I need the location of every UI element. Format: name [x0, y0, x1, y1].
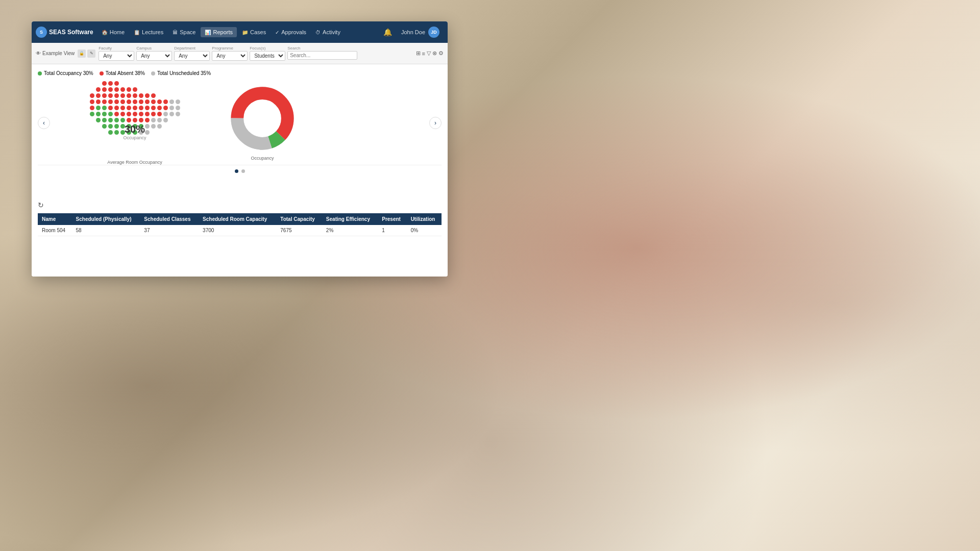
seat	[139, 93, 143, 98]
occupancy-center: 30% Occupancy	[58, 123, 211, 140]
view-label: 👁 Example View	[36, 51, 75, 56]
user-menu[interactable]: John Doe JD	[397, 24, 444, 40]
seat	[96, 99, 101, 104]
seat	[139, 106, 143, 110]
seat	[120, 87, 125, 92]
nav-item-approvals[interactable]: ✓ Approvals	[271, 27, 310, 37]
seat	[176, 99, 180, 104]
app-logo: S SEAS Software	[36, 27, 93, 38]
seat	[133, 118, 137, 122]
carousel-dots	[38, 165, 442, 177]
chart-section: Total Occupancy 30% Total Absent 38% Tot…	[32, 64, 448, 197]
nav-bar: S SEAS Software 🏠 Home 📋 Lectures 🏛 Spac…	[32, 21, 448, 43]
user-name: John Doe	[401, 29, 425, 35]
seat	[163, 112, 168, 116]
nav-label-home: Home	[110, 29, 125, 35]
seat	[96, 112, 101, 116]
seat	[90, 99, 94, 104]
app-title: SEAS Software	[49, 29, 93, 36]
seating-chart-title: Average Room Occupancy	[58, 160, 211, 165]
filter-icon[interactable]: ▽	[427, 50, 431, 57]
carousel-prev-button[interactable]: ‹	[38, 117, 50, 129]
seat	[102, 93, 107, 98]
seat	[108, 87, 113, 92]
seat	[145, 93, 150, 98]
seat	[139, 118, 143, 122]
seat	[102, 99, 107, 104]
seat	[145, 106, 150, 110]
nav-label-activity: Activity	[323, 29, 340, 35]
seat	[133, 112, 137, 116]
seat	[145, 118, 150, 122]
notification-bell[interactable]: 🔔	[379, 26, 396, 38]
seat	[176, 112, 180, 116]
table-body: Room 5045837370076752%10%	[38, 225, 442, 236]
faculty-select[interactable]: Any	[99, 51, 134, 61]
seat	[157, 112, 162, 116]
programme-select[interactable]: Any	[212, 51, 248, 61]
table-cell: 3700	[199, 225, 276, 236]
campus-select[interactable]: Any	[136, 51, 172, 61]
seat	[120, 112, 125, 116]
logo-icon: S	[36, 27, 47, 38]
seat	[157, 106, 162, 110]
seat	[114, 118, 119, 122]
list-icon[interactable]: ≡	[422, 51, 425, 57]
search-filter: Search	[287, 46, 357, 61]
filter-lock-icon[interactable]: 🔒	[78, 49, 86, 58]
seat	[108, 81, 113, 86]
carousel-dot-1[interactable]	[235, 169, 238, 173]
filter-bar: 👁 Example View 🔒 ✎ Faculty Any Campus An…	[32, 43, 448, 64]
seat-row	[90, 112, 180, 116]
nav-item-lectures[interactable]: 📋 Lectures	[130, 27, 167, 37]
cases-icon: 📁	[242, 30, 248, 35]
nav-item-home[interactable]: 🏠 Home	[97, 27, 129, 37]
table-cell: 1	[378, 225, 406, 236]
seat	[102, 112, 107, 116]
refresh-button[interactable]: ↻	[38, 201, 44, 209]
chart-legend: Total Occupancy 30% Total Absent 38% Tot…	[38, 70, 442, 76]
nav-label-reports: Reports	[213, 29, 233, 35]
legend-occupancy-label: Total Occupancy 30%	[44, 70, 93, 76]
seat	[120, 99, 125, 104]
nav-item-space[interactable]: 🏛 Space	[168, 27, 200, 37]
app-window: S SEAS Software 🏠 Home 📋 Lectures 🏛 Spac…	[32, 21, 448, 277]
nav-item-reports[interactable]: 📊 Reports	[201, 27, 237, 37]
view-icon: 👁	[36, 51, 41, 56]
table-header: Name Scheduled (Physically) Scheduled Cl…	[38, 213, 442, 225]
seating-chart: 30% Occupancy Average Room Occupancy	[58, 81, 211, 165]
seat-row	[90, 99, 180, 104]
col-name: Name	[38, 213, 72, 225]
legend-dot-gray	[151, 71, 155, 76]
seat	[114, 87, 119, 92]
legend-unscheduled-label: Total Unscheduled 35%	[157, 70, 211, 76]
filter-edit-icon[interactable]: ✎	[87, 49, 95, 58]
filter-group: Faculty Any Campus Any Department Any Pr…	[99, 46, 412, 61]
department-select[interactable]: Any	[174, 51, 210, 61]
nav-item-cases[interactable]: 📁 Cases	[238, 27, 270, 37]
seat-row	[90, 87, 180, 92]
carousel-next-button[interactable]: ›	[429, 117, 442, 129]
clear-filter-icon[interactable]: ⊗	[432, 50, 437, 57]
seat	[139, 112, 143, 116]
seat	[157, 99, 162, 104]
seat	[157, 118, 162, 122]
svg-point-3	[237, 93, 288, 144]
col-utilization: Utilization	[407, 213, 442, 225]
table-cell: 0%	[407, 225, 442, 236]
grid-icon[interactable]: ⊞	[416, 50, 421, 57]
table-cell: 7675	[276, 225, 322, 236]
seat	[108, 93, 113, 98]
settings-filter-icon[interactable]: ⚙	[438, 50, 444, 57]
seat	[114, 93, 119, 98]
focus-select[interactable]: Students	[250, 51, 285, 61]
nav-item-activity[interactable]: ⏱ Activity	[311, 27, 345, 37]
carousel-dot-2[interactable]	[241, 169, 245, 173]
seat	[96, 87, 101, 92]
seat	[120, 106, 125, 110]
seat-row	[90, 118, 180, 122]
nav-label-cases: Cases	[250, 29, 266, 35]
seat-row	[90, 81, 180, 86]
search-input[interactable]	[287, 51, 357, 60]
seat	[133, 99, 137, 104]
